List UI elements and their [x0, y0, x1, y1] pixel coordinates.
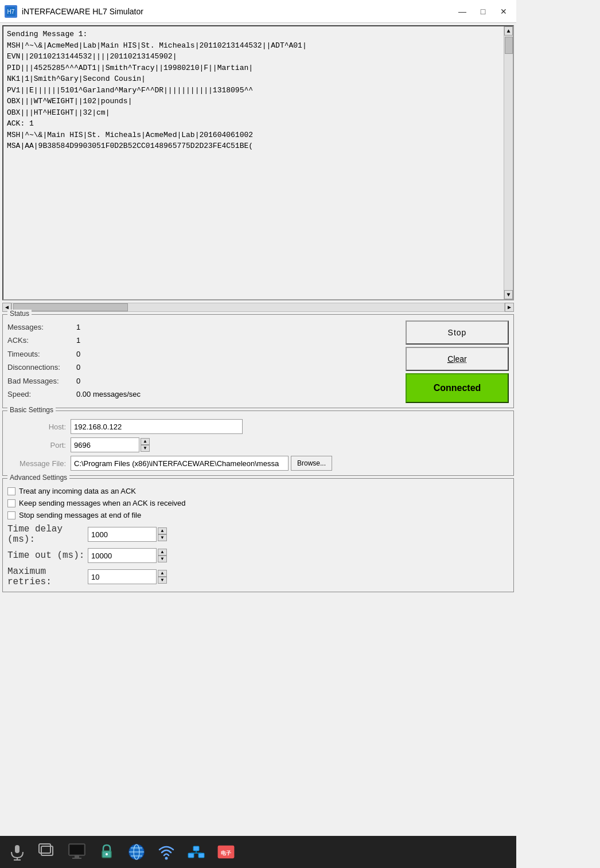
vertical-scrollbar[interactable]: ▲ ▼: [504, 26, 513, 299]
microphone-icon[interactable]: [5, 839, 30, 865]
svg-rect-10: [72, 858, 81, 859]
max-retries-input[interactable]: [88, 569, 157, 584]
status-row: Disconnections:0: [7, 361, 399, 374]
port-spinner[interactable]: ▲ ▼: [141, 438, 150, 452]
window-controls: — □ ✕: [454, 5, 512, 18]
checkbox-label: Stop sending messages at end of file: [19, 511, 141, 519]
timeout-input[interactable]: [88, 548, 157, 563]
svg-text:H7: H7: [7, 9, 15, 15]
status-row: Bad Messages:0: [7, 374, 399, 388]
host-label: Host:: [7, 423, 71, 431]
browse-button[interactable]: Browse...: [291, 456, 332, 471]
horizontal-scrollbar[interactable]: ◀ ▶: [2, 303, 514, 312]
status-row-label: Speed:: [7, 388, 76, 401]
svg-rect-21: [193, 846, 199, 851]
browser-icon[interactable]: [124, 839, 149, 865]
time-delay-up[interactable]: ▲: [158, 527, 167, 534]
port-label: Port:: [7, 441, 71, 449]
basic-settings-grid: Host: Port: ▲ ▼ Message File: Browse...: [7, 415, 509, 471]
checkbox-input[interactable]: [7, 499, 15, 507]
status-row-label: Messages:: [7, 320, 76, 334]
title-bar: H7 iNTERFACEWARE HL7 Simulator — □ ✕: [0, 0, 516, 23]
minimize-button[interactable]: —: [454, 5, 470, 18]
time-delay-wrapper: ▲ ▼: [88, 527, 509, 542]
status-row-value: 1: [76, 334, 80, 347]
monitor-icon[interactable]: [64, 839, 89, 865]
svg-text:电子: 电子: [221, 850, 231, 856]
log-content: Sending Message 1:MSH|^~\&|AcmeMed|Lab|M…: [7, 29, 509, 152]
log-line: MSH|^~\&|Main HIS|St. Micheals|AcmeMed|L…: [7, 130, 509, 141]
wifi-icon[interactable]: [154, 839, 179, 865]
checkbox-row: Treat any incoming data as an ACK: [7, 487, 509, 495]
max-retries-wrapper: ▲ ▼: [88, 569, 509, 584]
status-row-value: 0: [76, 347, 80, 361]
scroll-right-arrow[interactable]: ▶: [505, 303, 514, 312]
status-row: ACKs:1: [7, 334, 399, 347]
status-row-value: 0: [76, 374, 80, 388]
timeout-spinner[interactable]: ▲ ▼: [158, 549, 167, 562]
checkbox-label: Keep sending messages when an ACK is rec…: [19, 499, 186, 507]
status-row-value: 0: [76, 361, 80, 374]
timeout-up[interactable]: ▲: [158, 549, 167, 556]
checkbox-label: Treat any incoming data as an ACK: [19, 487, 136, 495]
maximize-button[interactable]: □: [475, 5, 491, 18]
logo-icon[interactable]: 电子: [213, 839, 239, 865]
basic-settings-panel: Basic Settings Host: Port: ▲ ▼ Message F…: [2, 410, 514, 476]
timeout-down[interactable]: ▼: [158, 556, 167, 562]
checkbox-input[interactable]: [7, 511, 15, 519]
svg-point-18: [165, 857, 168, 860]
adv-settings-grid: Time delay (ms): ▲ ▼ Time out (ms): ▲ ▼ …: [7, 524, 509, 587]
network-icon[interactable]: [184, 839, 209, 865]
log-line: OBX|||WT^WEIGHT||102|pounds|: [7, 96, 509, 107]
adv-grid: Treat any incoming data as an ACKKeep se…: [7, 482, 509, 519]
log-line: ACK: 1: [7, 118, 509, 130]
log-line: NK1|1|Smith^Gary|Second Cousin|: [7, 73, 509, 85]
log-line: Sending Message 1:: [7, 29, 509, 40]
scroll-down-arrow[interactable]: ▼: [504, 290, 513, 299]
status-row-value: 0.00 messages/sec: [76, 388, 141, 401]
status-row-label: Bad Messages:: [7, 374, 76, 388]
stop-button[interactable]: Stop: [406, 320, 509, 345]
checkbox-input[interactable]: [7, 487, 15, 495]
log-line: OBX|||HT^HEIGHT||32|cm|: [7, 107, 509, 119]
lock-icon[interactable]: [94, 839, 119, 865]
status-layout: Messages:1ACKs:1Timeouts:0Disconnections…: [7, 318, 509, 403]
msgfile-input[interactable]: [71, 456, 289, 471]
port-down-arrow[interactable]: ▼: [141, 445, 150, 452]
svg-point-12: [106, 853, 108, 855]
scroll-thumb[interactable]: [505, 37, 513, 54]
time-delay-label: Time delay (ms):: [7, 524, 88, 545]
time-delay-down[interactable]: ▼: [158, 534, 167, 541]
desktop-icon[interactable]: [34, 839, 60, 865]
scroll-track: [11, 303, 505, 312]
status-row-value: 1: [76, 320, 80, 334]
host-input[interactable]: [71, 419, 243, 434]
clear-button[interactable]: Clear: [406, 347, 509, 371]
max-retries-up[interactable]: ▲: [158, 570, 167, 577]
advanced-settings-panel: Advanced Settings Treat any incoming dat…: [2, 478, 514, 592]
taskbar: 电子: [0, 836, 516, 868]
port-input[interactable]: [71, 437, 139, 452]
app-icon: H7: [5, 5, 17, 18]
max-retries-down[interactable]: ▼: [158, 577, 167, 584]
max-retries-label: Maximum retries:: [7, 566, 88, 587]
status-row: Timeouts:0: [7, 347, 399, 361]
svg-rect-2: [15, 845, 20, 853]
max-retries-spinner[interactable]: ▲ ▼: [158, 570, 167, 584]
status-row-label: ACKs:: [7, 334, 76, 347]
time-delay-input[interactable]: [88, 527, 157, 542]
status-rows: Messages:1ACKs:1Timeouts:0Disconnections…: [7, 320, 399, 401]
status-row: Messages:1: [7, 320, 399, 334]
scroll-up-arrow[interactable]: ▲: [504, 26, 513, 36]
connected-button: Connected: [406, 373, 509, 403]
status-buttons: Stop Clear Connected: [406, 320, 509, 403]
window-title: iNTERFACEWARE HL7 Simulator: [22, 7, 454, 16]
status-row-label: Disconnections:: [7, 361, 76, 374]
port-up-arrow[interactable]: ▲: [141, 438, 150, 445]
log-line: MSH|^~\&|AcmeMed|Lab|Main HIS|St. Michea…: [7, 40, 509, 52]
msgfile-label: Message File:: [7, 459, 71, 468]
time-delay-spinner[interactable]: ▲ ▼: [158, 527, 167, 541]
close-button[interactable]: ✕: [496, 5, 512, 18]
svg-rect-19: [188, 853, 194, 858]
port-wrapper: ▲ ▼: [71, 437, 509, 452]
